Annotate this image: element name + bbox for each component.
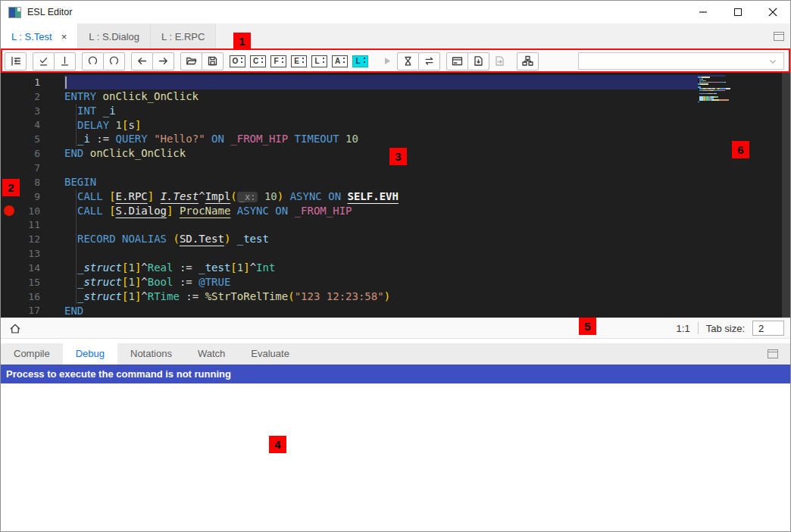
wait-button[interactable] (397, 52, 419, 70)
tab-s-test[interactable]: L : S.Test × (1, 23, 78, 49)
annotation-marker-1: 1 (233, 33, 251, 50)
run-button[interactable] (376, 52, 398, 70)
tab-e-rpc[interactable]: L : E.RPC (151, 23, 216, 49)
redo-button[interactable] (103, 52, 125, 70)
code-line-3[interactable]: 3INT _i (1, 104, 790, 118)
letter-f-panel-button[interactable]: F (270, 55, 286, 67)
code-line-5[interactable]: 5_i := QUERY "Hello?" ON _FROM_HIP TIMEO… (1, 132, 790, 146)
goto-bottom-button[interactable] (54, 52, 76, 70)
line-number[interactable]: 2 (1, 91, 40, 102)
code-line-13[interactable]: 13 (1, 246, 790, 261)
code-text: CALL [S.Dialog] ProcName ASYNC ON _FROM_… (64, 204, 698, 218)
letter-e-panel-button[interactable]: E (291, 55, 307, 67)
maximize-icon (734, 8, 742, 16)
text-cursor (65, 77, 67, 89)
annotation-marker-3: 3 (389, 148, 407, 165)
code-line-17[interactable]: 17END (1, 304, 790, 318)
code-line-8[interactable]: 8BEGIN (1, 175, 790, 189)
undo-icon (86, 55, 99, 67)
bottom-panel: Compile Debug Notations Watch Evaluate P… (1, 339, 790, 531)
line-number[interactable]: 16 (1, 291, 40, 302)
tab-s-dialog[interactable]: L : S.Dialog (78, 23, 151, 49)
editor-scrollbar[interactable] (782, 73, 790, 318)
undo-button[interactable] (82, 52, 104, 70)
panel-card-button[interactable] (446, 52, 468, 70)
tab-label: L : E.RPC (161, 31, 205, 42)
line-number[interactable]: 11 (1, 219, 40, 230)
letter-a-panel-button[interactable]: A (332, 55, 348, 67)
home-icon (8, 322, 22, 335)
code-text: INT _i (64, 104, 698, 118)
save-button[interactable] (202, 52, 224, 70)
minimize-button[interactable] (686, 1, 721, 23)
repeat-loop-icon (423, 55, 436, 67)
code-line-10[interactable]: 10CALL [S.Dialog] ProcName ASYNC ON _FRO… (1, 204, 790, 218)
esl-editor-window: ESL Editor L : S.Test × L : S.Dialog L :… (0, 0, 791, 532)
line-number[interactable]: 17 (1, 305, 40, 316)
code-text: RECORD NOALIAS (SD.Test) _test (64, 232, 698, 246)
code-line-11[interactable]: 11 (1, 217, 790, 232)
panel-layout-icon[interactable] (768, 349, 778, 358)
document-download-icon (472, 55, 485, 67)
line-number[interactable]: 7 (1, 162, 40, 174)
debug-status-message: Process to execute the command is not ru… (1, 365, 790, 383)
letter-l-panel-button[interactable]: L (311, 55, 327, 67)
code-editor[interactable]: 12ENTRY onClick_OnClick3INT _i4DELAY 1[s… (1, 73, 790, 318)
line-number[interactable]: 14 (1, 262, 40, 274)
line-number[interactable]: 1 (1, 77, 40, 88)
line-number[interactable]: 3 (1, 105, 40, 117)
tab-watch[interactable]: Watch (185, 343, 238, 365)
line-number[interactable]: 5 (1, 133, 40, 145)
toolbar: OCFELAL (1, 49, 790, 73)
code-line-9[interactable]: 9CALL [E.RPC] I.Test^Impl(_x: 10) ASYNC … (1, 189, 790, 204)
app-icon (8, 7, 21, 18)
play-icon (380, 55, 393, 67)
navigate-forward-button[interactable] (152, 52, 174, 70)
validate-button[interactable] (33, 52, 55, 70)
tab-debug[interactable]: Debug (63, 343, 117, 365)
outline-icon (9, 55, 22, 67)
code-line-15[interactable]: 15_struct[1]^Bool := @TRUE (1, 275, 790, 289)
code-text (64, 75, 698, 89)
code-line-1[interactable]: 1 (1, 75, 790, 89)
tab-notations[interactable]: Notations (117, 343, 185, 365)
toolbar-combobox[interactable] (578, 52, 784, 70)
line-number[interactable]: 12 (1, 233, 40, 245)
open-file-button[interactable] (180, 52, 202, 70)
line-number[interactable]: 13 (1, 248, 40, 259)
down-to-line-icon (58, 55, 71, 67)
navigate-back-button[interactable] (131, 52, 153, 70)
tab-close-icon[interactable]: × (61, 32, 67, 42)
maximize-button[interactable] (721, 1, 755, 23)
arrow-right-icon (157, 55, 170, 67)
line-number[interactable]: 4 (1, 119, 40, 130)
code-line-4[interactable]: 4DELAY 1[s] (1, 118, 790, 133)
line-number[interactable]: 6 (1, 148, 40, 159)
letter-c-panel-button[interactable]: C (250, 55, 266, 67)
code-text (64, 217, 698, 232)
code-line-14[interactable]: 14_struct[1]^Real := _test[1]^Int (1, 261, 790, 275)
letter-l-panel-button-active[interactable]: L (352, 55, 368, 67)
tab-evaluate[interactable]: Evaluate (238, 343, 302, 365)
home-button[interactable] (7, 320, 23, 336)
export-document-button[interactable] (467, 52, 489, 70)
code-text: ENTRY onClick_OnClick (64, 89, 698, 104)
code-line-2[interactable]: 2ENTRY onClick_OnClick (1, 89, 790, 104)
statusbar-divider (698, 322, 699, 334)
letter-o-panel-button[interactable]: O (230, 55, 245, 67)
annotation-marker-4: 4 (269, 436, 286, 453)
panel-layout-icon[interactable] (774, 32, 784, 41)
tab-size-input[interactable] (752, 321, 784, 336)
close-button[interactable] (755, 1, 790, 23)
code-line-12[interactable]: 12RECORD NOALIAS (SD.Test) _test (1, 232, 790, 246)
import-document-button[interactable] (489, 52, 511, 70)
minimap[interactable] (698, 75, 768, 102)
repeat-button[interactable] (418, 52, 440, 70)
hierarchy-button[interactable] (517, 52, 539, 70)
code-line-16[interactable]: 16_struct[1]^RTime := %StrToRelTime("123… (1, 289, 790, 304)
code-text: _struct[1]^RTime := %StrToRelTime("123 1… (64, 289, 698, 304)
line-number[interactable]: 15 (1, 277, 40, 288)
outline-structure-button[interactable] (5, 52, 27, 70)
tab-compile[interactable]: Compile (1, 343, 63, 365)
tab-label: L : S.Test (11, 31, 52, 42)
